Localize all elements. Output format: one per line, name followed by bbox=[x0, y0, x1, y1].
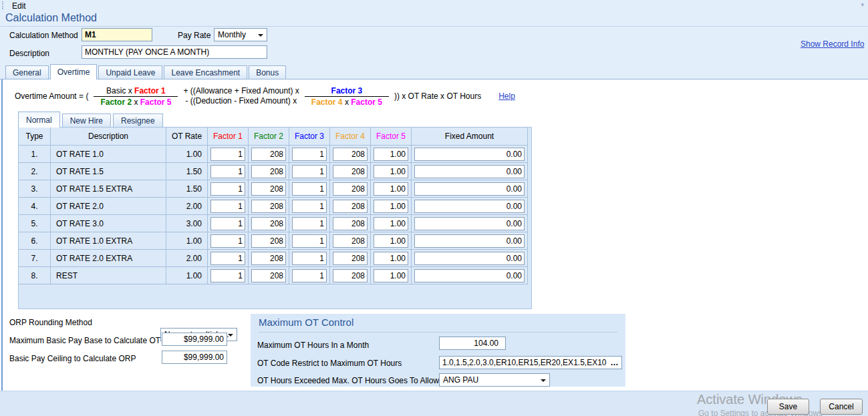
factor5-input[interactable] bbox=[374, 217, 408, 230]
fixed-amount-input[interactable] bbox=[414, 269, 525, 282]
basic-pay-ceiling-label: Basic Pay Ceiling to Calculate ORP bbox=[9, 354, 136, 363]
type-cell: 1. bbox=[19, 146, 51, 163]
col-factor5: Factor 5 bbox=[371, 128, 412, 146]
subtab-resignee[interactable]: Resignee bbox=[113, 114, 163, 127]
factor1-input[interactable] bbox=[210, 269, 245, 282]
factor2-input[interactable] bbox=[251, 252, 286, 265]
factor5-input[interactable] bbox=[374, 234, 408, 248]
factor2-input[interactable] bbox=[251, 234, 286, 248]
col-fixed-amount: Fixed Amount bbox=[412, 128, 528, 146]
factor5-input[interactable] bbox=[374, 200, 408, 213]
ot-code-restrict-input[interactable] bbox=[439, 356, 622, 369]
cancel-button[interactable]: Cancel bbox=[820, 399, 863, 415]
factor4-input[interactable] bbox=[333, 234, 368, 248]
calculation-method-label: Calculation Method bbox=[9, 31, 78, 40]
factor4-input[interactable] bbox=[333, 200, 368, 213]
description-input[interactable] bbox=[82, 45, 267, 59]
maximum-ot-control-title: Maximum OT Control bbox=[259, 317, 353, 328]
pay-rate-dropdown[interactable]: Monthly bbox=[214, 28, 267, 41]
factor1-input[interactable] bbox=[210, 200, 245, 213]
factor3-input[interactable] bbox=[292, 234, 327, 248]
factor4-input[interactable] bbox=[333, 182, 368, 196]
save-button[interactable]: Save bbox=[767, 399, 809, 415]
factor4-input[interactable] bbox=[333, 148, 368, 161]
sub-tabstrip: Normal New Hire Resignee bbox=[18, 112, 165, 127]
factor3-input[interactable] bbox=[292, 182, 327, 196]
factor3-input[interactable] bbox=[292, 217, 327, 230]
factor1-input[interactable] bbox=[210, 165, 245, 178]
factor5-input[interactable] bbox=[374, 165, 408, 178]
toolbar-overflow-chevron-icon[interactable]: ▾ bbox=[861, 1, 864, 8]
tab-unpaid-leave[interactable]: Unpaid Leave bbox=[98, 65, 162, 79]
tab-overtime[interactable]: Overtime bbox=[50, 64, 98, 79]
factor5-input[interactable] bbox=[374, 148, 408, 161]
factor1-input[interactable] bbox=[210, 182, 245, 196]
subtab-new-hire[interactable]: New Hire bbox=[62, 114, 111, 127]
table-row: 3. OT RATE 1.5 EXTRA 1.50 bbox=[19, 180, 528, 198]
formula-middle-lines: + ((Allowance + Fixed Amount) x - ((Dedu… bbox=[183, 86, 299, 106]
help-link[interactable]: Help bbox=[498, 91, 515, 101]
factor2-input[interactable] bbox=[251, 200, 286, 213]
factor2-input[interactable] bbox=[251, 182, 286, 196]
factor1-input[interactable] bbox=[210, 217, 245, 230]
show-record-info-link[interactable]: Show Record Info bbox=[801, 39, 864, 49]
fixed-amount-input[interactable] bbox=[414, 217, 525, 230]
subtab-normal[interactable]: Normal bbox=[18, 112, 60, 128]
ot-exceeded-allowance-value: ANG PAU bbox=[443, 375, 478, 385]
fixed-amount-input[interactable] bbox=[414, 234, 525, 248]
fixed-amount-input[interactable] bbox=[414, 165, 525, 178]
ot-exceeded-label: OT Hours Exceeded Max. OT Hours Goes To … bbox=[257, 376, 456, 385]
factor1-input[interactable] bbox=[210, 252, 245, 265]
calculation-method-input[interactable] bbox=[82, 28, 152, 41]
factor5-input[interactable] bbox=[374, 182, 408, 196]
factor3-input[interactable] bbox=[292, 269, 327, 282]
ot-code-restrict-label: OT Code Restrict to Maximum OT Hours bbox=[257, 359, 402, 368]
factor2-input[interactable] bbox=[251, 148, 286, 161]
factor4-input[interactable] bbox=[333, 252, 368, 265]
factor2-input[interactable] bbox=[251, 269, 286, 282]
tab-general[interactable]: General bbox=[5, 65, 49, 79]
type-cell: 6. bbox=[19, 232, 51, 250]
ot-rate-cell: 1.00 bbox=[166, 232, 208, 250]
chevron-down-icon bbox=[541, 379, 546, 382]
factor3-input[interactable] bbox=[292, 200, 327, 213]
fixed-amount-input[interactable] bbox=[414, 148, 525, 161]
description-cell: REST bbox=[51, 267, 166, 284]
max-ot-hours-label: Maximum OT Hours In a Month bbox=[257, 341, 369, 350]
toolbar-grip-icon bbox=[2, 1, 3, 9]
factor5-input[interactable] bbox=[374, 252, 408, 265]
factor2-input[interactable] bbox=[251, 165, 286, 178]
type-cell: 2. bbox=[19, 163, 51, 180]
tab-leave-encashment[interactable]: Leave Encashment bbox=[164, 65, 247, 79]
menu-edit[interactable]: Edit bbox=[12, 1, 26, 11]
factor3-input[interactable] bbox=[292, 165, 327, 178]
tab-bonus[interactable]: Bonus bbox=[249, 65, 286, 79]
max-basic-pay-input[interactable] bbox=[162, 333, 227, 346]
col-ot-rate: OT Rate bbox=[166, 128, 208, 146]
description-cell: OT RATE 2.0 EXTRA bbox=[51, 250, 166, 267]
table-row: 1. OT RATE 1.0 1.00 bbox=[19, 146, 528, 163]
fixed-amount-input[interactable] bbox=[414, 252, 525, 265]
factor1-input[interactable] bbox=[210, 234, 245, 248]
basic-pay-ceiling-input[interactable] bbox=[162, 351, 227, 364]
ellipsis-browse-button[interactable]: … bbox=[609, 357, 621, 368]
fixed-amount-input[interactable] bbox=[414, 182, 525, 196]
factor1-input[interactable] bbox=[210, 148, 245, 161]
description-cell: OT RATE 1.0 EXTRA bbox=[51, 232, 166, 250]
ot-rate-cell: 1.00 bbox=[166, 146, 208, 163]
fixed-amount-input[interactable] bbox=[414, 200, 525, 213]
table-row: 4. OT RATE 2.0 2.00 bbox=[19, 198, 528, 215]
max-ot-hours-input[interactable] bbox=[439, 337, 506, 350]
factor4-input[interactable] bbox=[333, 165, 368, 178]
description-cell: OT RATE 1.0 bbox=[51, 146, 166, 163]
factor2-input[interactable] bbox=[251, 217, 286, 230]
factor3-input[interactable] bbox=[292, 148, 327, 161]
factor3-input[interactable] bbox=[292, 252, 327, 265]
factor5-input[interactable] bbox=[374, 269, 408, 282]
factor4-input[interactable] bbox=[333, 217, 368, 230]
ot-exceeded-allowance-dropdown[interactable]: ANG PAU bbox=[439, 373, 550, 387]
table-row: 7. OT RATE 2.0 EXTRA 2.00 bbox=[19, 250, 528, 267]
factor4-input[interactable] bbox=[333, 269, 368, 282]
calculation-method-window: Edit ▾ Calculation Method Show Record In… bbox=[0, 0, 868, 416]
description-cell: OT RATE 1.5 bbox=[51, 163, 166, 180]
